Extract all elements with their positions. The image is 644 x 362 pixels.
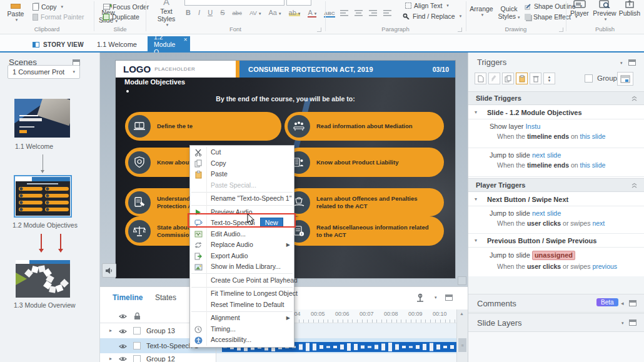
- scene-selector-dropdown[interactable]: 1 Consumer Prot▾: [8, 65, 80, 79]
- slide-thumbnail-1-3[interactable]: [16, 260, 70, 298]
- eye-icon[interactable]: [119, 328, 127, 334]
- collapse-all-icon[interactable]: [631, 96, 638, 102]
- chevron-down-icon[interactable]: ▾: [475, 109, 477, 115]
- logo-placeholder[interactable]: LOGO PLACEHOLDER: [116, 61, 239, 78]
- tab-timeline[interactable]: Timeline: [113, 293, 143, 302]
- text-to-speech-new-option[interactable]: New: [260, 218, 283, 228]
- delete-trigger-button[interactable]: [530, 73, 541, 84]
- timeline-options-caret[interactable]: ▾: [435, 295, 437, 300]
- chevron-down-icon[interactable]: ▾: [475, 238, 477, 243]
- canvas-scrollbar-thumb[interactable]: [458, 276, 466, 285]
- menu-item-edit-audio[interactable]: Edit Audio...: [190, 229, 294, 240]
- slide-layers-float-icon[interactable]: [629, 319, 636, 326]
- objective-button-define[interactable]: Define the te: [125, 112, 281, 141]
- quick-styles-button[interactable]: Quick Styles▾: [496, 5, 522, 20]
- format-painter-button[interactable]: Format Painter: [33, 13, 84, 21]
- reorder-trigger-buttons[interactable]: ▲▼: [543, 73, 555, 84]
- font-size-select[interactable]: [286, 0, 311, 6]
- menu-item-accessibility[interactable]: Accessibility...: [190, 334, 294, 346]
- timeline-scrollbar[interactable]: ▲ ≡: [456, 309, 468, 362]
- trigger-jump-unassigned[interactable]: Jump to slide unassigned When the user c…: [468, 248, 644, 276]
- paste-trigger-button[interactable]: [516, 73, 528, 84]
- paragraph-dialog-launcher[interactable]: [458, 28, 462, 32]
- chevron-down-icon[interactable]: ▾: [621, 321, 624, 326]
- paste-button[interactable]: Paste ▾: [4, 4, 28, 23]
- slide-layers-section-header[interactable]: Slide Layers ▾: [468, 313, 644, 332]
- tab-1-2-module[interactable]: 1.2 Module O... ✕: [148, 36, 190, 53]
- edit-trigger-button[interactable]: [488, 73, 500, 84]
- align-left-icon[interactable]: [340, 10, 348, 16]
- player-triggers-header[interactable]: Player Triggers: [468, 178, 644, 192]
- underline-button[interactable]: U: [208, 9, 213, 16]
- playhead-cue-icon[interactable]: [416, 293, 425, 304]
- chevron-down-icon[interactable]: ▾: [475, 196, 477, 202]
- comments-float-icon[interactable]: [629, 300, 636, 306]
- menu-item-paste[interactable]: Paste: [190, 169, 294, 180]
- tab-states[interactable]: States: [155, 293, 176, 302]
- menu-item-show-in-media-library[interactable]: Show in Media Library...: [190, 261, 294, 273]
- strikethrough-button[interactable]: S: [220, 9, 224, 16]
- trigger-jump-next-click[interactable]: Jump to slide next slide When the user c…: [468, 206, 644, 234]
- menu-item-alignment[interactable]: Alignment▶: [190, 313, 294, 324]
- menu-item-fit-timeline[interactable]: Fit Timeline to Longest Object: [190, 288, 294, 299]
- align-center-icon[interactable]: [355, 10, 363, 16]
- lock-checkbox[interactable]: [133, 355, 141, 362]
- change-case-button[interactable]: Aa▾: [269, 9, 281, 16]
- tab-1-1-welcome[interactable]: 1.1 Welcome: [91, 36, 143, 53]
- timeline-row-group-12[interactable]: ▸ Group 12: [100, 353, 468, 362]
- group-checkbox[interactable]: [585, 74, 593, 83]
- expand-arrow-icon[interactable]: ▸: [109, 328, 112, 333]
- menu-item-preview-audio[interactable]: Preview Audio: [190, 207, 294, 218]
- trigger-group-previous-button[interactable]: ▾ Previous Button / Swipe Previous: [468, 234, 644, 248]
- arrange-button[interactable]: Arrange▾: [468, 5, 495, 18]
- copy-trigger-button[interactable]: [502, 73, 514, 84]
- bold-button[interactable]: B: [186, 9, 191, 16]
- menu-item-copy[interactable]: Copy: [190, 158, 294, 169]
- clear-formatting-button[interactable]: abc: [233, 9, 242, 16]
- align-right-icon[interactable]: [369, 10, 377, 16]
- copy-button[interactable]: Copy▾: [33, 3, 63, 11]
- align-justify-icon[interactable]: [383, 10, 391, 16]
- preview-button[interactable]: Preview ▾: [592, 0, 617, 22]
- eye-icon[interactable]: [119, 343, 127, 349]
- text-styles-button[interactable]: A Text Styles ▾: [152, 0, 181, 28]
- menu-item-reset-timeline[interactable]: Reset Timeline to Default: [190, 299, 294, 311]
- objective-button-product-liability[interactable]: Know about Product Liability: [284, 148, 444, 177]
- duplicate-button[interactable]: Duplicate: [103, 13, 139, 21]
- eye-icon[interactable]: [119, 356, 127, 362]
- trigger-wizard-button[interactable]: [617, 72, 633, 86]
- font-color-button[interactable]: A▾: [308, 9, 316, 18]
- focus-order-button[interactable]: Focus Order: [103, 3, 149, 11]
- slide-triggers-header[interactable]: Slide Triggers: [468, 91, 644, 105]
- lock-checkbox[interactable]: [133, 342, 141, 349]
- new-trigger-button[interactable]: [475, 73, 486, 84]
- expand-arrow-icon[interactable]: ▸: [109, 356, 112, 361]
- triggers-collapse-caret[interactable]: ▾: [620, 61, 623, 66]
- lock-checkbox[interactable]: [133, 327, 141, 334]
- objective-button-miscellaneous[interactable]: i Read Miscellaneous information related…: [284, 216, 444, 246]
- trigger-group-slide[interactable]: ▾ Slide - 1.2 Module Objectives: [468, 106, 644, 119]
- highlight-color-button[interactable]: ab▾: [289, 9, 301, 16]
- triggers-float-icon[interactable]: [628, 59, 636, 66]
- italic-button[interactable]: I: [198, 9, 200, 16]
- collapse-left-icon[interactable]: ◂: [621, 300, 624, 306]
- menu-item-timing[interactable]: Timing...: [190, 324, 294, 335]
- find-replace-button[interactable]: Find / Replace▾: [403, 13, 461, 20]
- align-text-button[interactable]: Align Text▾: [405, 2, 449, 9]
- menu-item-replace-audio[interactable]: Replace Audio▶: [190, 239, 294, 251]
- menu-item-paste-special[interactable]: Paste Special...: [190, 180, 294, 191]
- player-button[interactable]: Player: [568, 0, 591, 17]
- font-dialog-launcher[interactable]: [317, 28, 321, 32]
- scroll-up-icon[interactable]: ▲: [460, 311, 464, 316]
- menu-item-export-audio[interactable]: Export Audio: [190, 251, 294, 262]
- drawing-dialog-launcher[interactable]: [559, 28, 563, 32]
- timeline-float-icon[interactable]: [445, 294, 453, 301]
- collapse-all-icon[interactable]: [631, 183, 638, 189]
- char-spacing-button[interactable]: AV▾: [249, 9, 261, 16]
- comments-section-header[interactable]: Comments Beta ◂: [468, 294, 644, 313]
- objective-button-mediation[interactable]: Read information about Mediation: [284, 112, 444, 141]
- menu-item-rename[interactable]: Rename "Text-to-Speech 1": [190, 193, 294, 204]
- font-name-select[interactable]: [184, 0, 284, 6]
- timeline-scrollbar-thumb[interactable]: ≡: [458, 338, 466, 352]
- menu-item-cut[interactable]: Cut: [190, 147, 294, 158]
